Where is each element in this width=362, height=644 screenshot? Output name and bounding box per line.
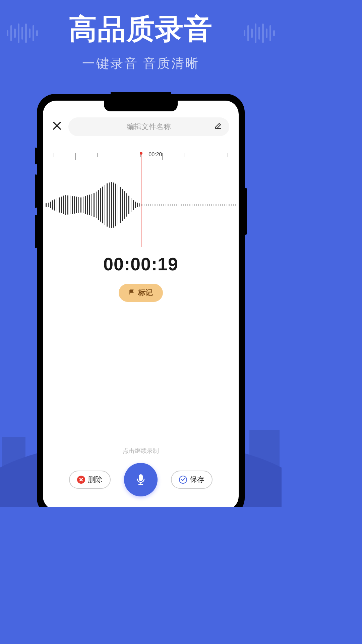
bg-wave-decoration-right (244, 23, 275, 43)
close-icon (52, 121, 62, 130)
save-button[interactable]: 保存 (171, 471, 213, 489)
playhead-indicator (141, 153, 141, 247)
delete-label: 删除 (88, 475, 103, 485)
record-hint: 点击继续录制 (43, 447, 239, 455)
filename-placeholder: 编辑文件名称 (127, 122, 171, 132)
edit-icon (215, 122, 222, 131)
mark-label: 标记 (138, 288, 153, 298)
microphone-icon (134, 472, 147, 487)
flag-icon (129, 288, 135, 297)
phone-frame: 编辑文件名称 00:20 00:00:19 标记 点击继续录 (37, 94, 245, 507)
close-button[interactable] (52, 121, 62, 133)
phone-screen: 编辑文件名称 00:20 00:00:19 标记 点击继续录 (43, 101, 239, 507)
waveform-display[interactable]: 00:20 (43, 153, 239, 247)
save-label: 保存 (190, 475, 204, 485)
record-button[interactable] (124, 463, 158, 496)
mark-button[interactable]: 标记 (119, 284, 163, 302)
delete-button[interactable]: 删除 (69, 471, 111, 489)
bg-wave-decoration-left (7, 23, 38, 43)
delete-icon (77, 476, 85, 484)
filename-input[interactable]: 编辑文件名称 (68, 117, 229, 136)
phone-notch (104, 101, 178, 111)
timer-display: 00:00:19 (43, 254, 239, 274)
save-check-icon (179, 476, 187, 484)
page subtitle: 一键录音 音质清晰 (0, 55, 282, 72)
svg-rect-0 (139, 474, 143, 481)
timeline-time-label: 00:20 (148, 152, 162, 158)
page-title: 高品质录音 (0, 0, 282, 48)
